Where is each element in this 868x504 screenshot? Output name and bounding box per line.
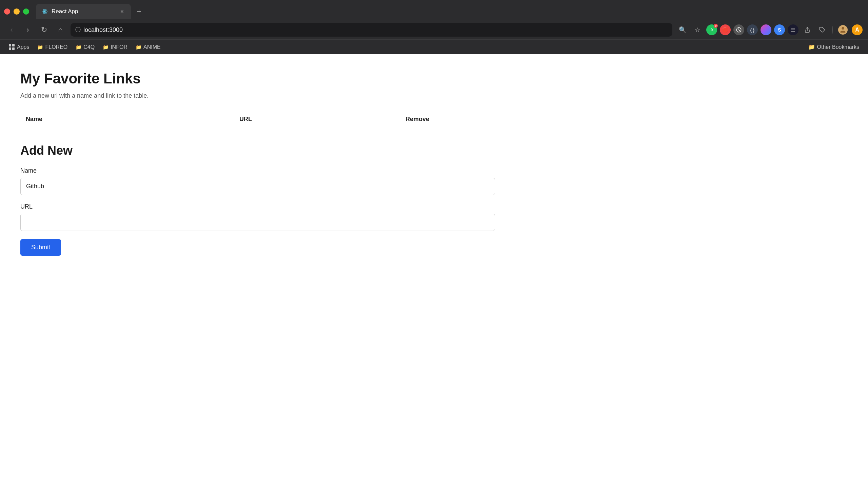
svg-point-0 bbox=[44, 11, 45, 12]
table-header-url: URL bbox=[234, 112, 400, 127]
close-button[interactable] bbox=[4, 9, 10, 14]
minimize-button[interactable] bbox=[13, 9, 20, 14]
ext-icon-4[interactable]: ( ) bbox=[747, 24, 758, 35]
folder-icon-c4q: 📁 bbox=[76, 44, 81, 50]
table-header-remove: Remove bbox=[400, 112, 495, 127]
ext-icon-6[interactable]: S bbox=[774, 24, 785, 35]
bookmark-apps[interactable]: Apps bbox=[6, 43, 32, 52]
links-table: Name URL Remove bbox=[20, 112, 495, 127]
tab-title: React App bbox=[52, 8, 115, 15]
folder-icon-anime: 📁 bbox=[136, 44, 141, 50]
ext-icon-1[interactable]: 9 9 bbox=[706, 24, 717, 35]
svg-rect-7 bbox=[791, 31, 795, 32]
page-content: My Favorite Links Add a new url with a n… bbox=[0, 54, 868, 504]
ext-icon-7[interactable] bbox=[788, 24, 798, 35]
ext-icon-5[interactable] bbox=[761, 24, 771, 35]
bookmark-infor[interactable]: 📁 INFOR bbox=[99, 43, 131, 52]
tab-favicon bbox=[41, 8, 48, 15]
bookmark-floreo-label: FLOREO bbox=[45, 44, 68, 50]
add-new-section: Add New Name URL Submit bbox=[20, 143, 495, 256]
bookmark-c4q-label: C4Q bbox=[83, 44, 95, 50]
ext-icon-2[interactable]: 🛑 bbox=[720, 24, 731, 35]
bookmark-apps-label: Apps bbox=[17, 44, 29, 50]
address-input[interactable] bbox=[83, 27, 668, 33]
address-input-wrapper[interactable]: ⓘ bbox=[71, 23, 672, 37]
browser-chrome: React App ✕ + ‹ › ↻ ⌂ ⓘ 🔍 ☆ 9 9 🛑 ( ) bbox=[0, 0, 868, 54]
bookmarks-bar: Apps 📁 FLOREO 📁 C4Q 📁 INFOR 📁 ANIME 📁 Ot… bbox=[0, 39, 868, 54]
folder-icon-floreo: 📁 bbox=[37, 44, 43, 50]
page-subtitle: Add a new url with a name and link to th… bbox=[20, 92, 848, 99]
other-bookmarks[interactable]: 📁 Other Bookmarks bbox=[805, 42, 862, 52]
name-input[interactable] bbox=[20, 178, 495, 195]
folder-icon-infor: 📁 bbox=[103, 44, 108, 50]
table-header-name: Name bbox=[20, 112, 234, 127]
name-form-group: Name bbox=[20, 167, 495, 195]
svg-point-9 bbox=[841, 27, 844, 30]
forward-button[interactable]: › bbox=[22, 24, 34, 36]
extensions-icon[interactable] bbox=[816, 24, 828, 36]
apps-grid-icon bbox=[9, 44, 15, 50]
tab-bar: React App ✕ + bbox=[0, 0, 868, 20]
search-icon[interactable]: 🔍 bbox=[676, 24, 689, 36]
ext-icon-3[interactable] bbox=[733, 24, 744, 35]
folder-icon-other: 📁 bbox=[808, 44, 815, 50]
url-form-group: URL bbox=[20, 203, 495, 231]
add-new-title: Add New bbox=[20, 143, 495, 158]
bookmark-anime[interactable]: 📁 ANIME bbox=[132, 43, 164, 52]
profile-icon[interactable] bbox=[837, 24, 849, 36]
bookmark-anime-label: ANIME bbox=[143, 44, 161, 50]
lock-icon: ⓘ bbox=[75, 27, 81, 33]
bookmark-floreo[interactable]: 📁 FLOREO bbox=[34, 43, 71, 52]
active-tab[interactable]: React App ✕ bbox=[36, 4, 131, 19]
name-label: Name bbox=[20, 167, 495, 174]
other-bookmarks-label: Other Bookmarks bbox=[817, 44, 859, 50]
account-circle-icon[interactable]: A bbox=[852, 24, 862, 35]
table-header-row: Name URL Remove bbox=[20, 112, 495, 127]
svg-rect-5 bbox=[791, 28, 795, 29]
window-controls bbox=[4, 9, 29, 14]
refresh-button[interactable]: ↻ bbox=[38, 24, 50, 36]
maximize-button[interactable] bbox=[23, 9, 29, 14]
share-icon[interactable] bbox=[801, 24, 814, 36]
address-bar: ‹ › ↻ ⌂ ⓘ 🔍 ☆ 9 9 🛑 ( ) S bbox=[0, 20, 868, 39]
bookmark-star-icon[interactable]: ☆ bbox=[691, 24, 704, 36]
url-label: URL bbox=[20, 203, 495, 210]
url-input[interactable] bbox=[20, 214, 495, 231]
submit-button[interactable]: Submit bbox=[20, 239, 61, 256]
bookmark-infor-label: INFOR bbox=[111, 44, 127, 50]
new-tab-button[interactable]: + bbox=[132, 5, 146, 18]
page-title: My Favorite Links bbox=[20, 71, 848, 87]
tab-close-button[interactable]: ✕ bbox=[119, 8, 125, 15]
home-button[interactable]: ⌂ bbox=[54, 24, 66, 36]
svg-rect-6 bbox=[791, 30, 795, 30]
back-button[interactable]: ‹ bbox=[6, 24, 18, 36]
bookmark-c4q[interactable]: 📁 C4Q bbox=[72, 43, 98, 52]
toolbar-icons: 🔍 ☆ 9 9 🛑 ( ) S bbox=[676, 24, 862, 36]
divider bbox=[833, 26, 833, 34]
